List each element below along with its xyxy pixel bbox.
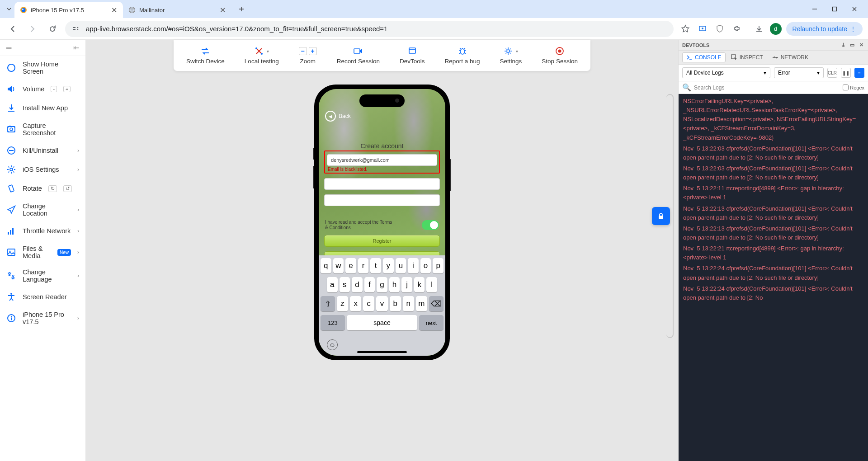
sidebar-item-ios-settings[interactable]: iOS Settings› bbox=[0, 160, 85, 179]
app-back-button[interactable]: ◄ Back bbox=[325, 111, 351, 122]
key-s[interactable]: s bbox=[340, 277, 350, 292]
tab-inspect[interactable]: INSPECT bbox=[727, 53, 767, 62]
new-tab-button[interactable] bbox=[235, 3, 248, 15]
key-k[interactable]: k bbox=[414, 277, 425, 292]
key-w[interactable]: w bbox=[333, 258, 344, 273]
minimize-button[interactable] bbox=[808, 3, 821, 15]
sidebar-item-iphone-15-pro-v17-5[interactable]: iPhone 15 Pro v17.5› bbox=[0, 306, 85, 330]
key-n[interactable]: n bbox=[403, 296, 414, 311]
switch-device-button[interactable]: Switch Device bbox=[182, 44, 229, 66]
devtools-button[interactable]: DevTools bbox=[395, 44, 429, 66]
key-i[interactable]: i bbox=[408, 258, 419, 273]
mini-button[interactable]: + bbox=[63, 86, 71, 92]
key-u[interactable]: u bbox=[396, 258, 406, 273]
download-logs-icon[interactable]: ⤓ bbox=[840, 42, 846, 48]
key-e[interactable]: e bbox=[345, 258, 356, 273]
window-close-button[interactable] bbox=[848, 3, 861, 15]
star-icon[interactable] bbox=[679, 23, 692, 35]
key-p[interactable]: p bbox=[433, 258, 443, 273]
sidebar-item-throttle-network[interactable]: Throttle Network› bbox=[0, 221, 85, 240]
search-logs-input[interactable] bbox=[694, 85, 840, 91]
key-x[interactable]: x bbox=[350, 296, 361, 311]
sidebar-item-capture-screenshot[interactable]: Capture Screenshot bbox=[0, 118, 85, 141]
space-key[interactable]: space bbox=[347, 315, 417, 330]
confirm-password-input[interactable] bbox=[324, 194, 440, 206]
device-log-filter[interactable]: All Device Logs▾ bbox=[682, 67, 770, 78]
downloads-icon[interactable] bbox=[753, 23, 765, 35]
sidebar-item-files-media[interactable]: Files & MediaNew› bbox=[0, 240, 85, 264]
close-icon[interactable]: ✕ bbox=[219, 6, 226, 14]
sidebar-item-change-location[interactable]: Change Location› bbox=[0, 198, 85, 221]
key-h[interactable]: h bbox=[389, 277, 400, 292]
lock-panel-button[interactable] bbox=[652, 207, 670, 225]
sidebar-item-volume[interactable]: Volume- + bbox=[0, 80, 85, 99]
reload-button[interactable] bbox=[45, 22, 60, 36]
numbers-key[interactable]: 123 bbox=[321, 315, 345, 330]
site-settings-icon[interactable] bbox=[72, 24, 81, 33]
log-level-filter[interactable]: Error▾ bbox=[774, 67, 824, 78]
shield-icon[interactable] bbox=[713, 23, 726, 35]
record-session-button[interactable]: Record Session bbox=[332, 44, 384, 66]
backspace-key[interactable]: ⌫ bbox=[429, 296, 443, 311]
sidebar-item-screen-reader[interactable]: Screen Reader bbox=[0, 287, 85, 306]
settings-button[interactable]: ▾ Settings bbox=[495, 44, 527, 66]
home-indicator[interactable] bbox=[357, 351, 407, 353]
emoji-key[interactable]: ☺ bbox=[327, 339, 338, 350]
browser-tab-inactive[interactable]: Mailinator ✕ bbox=[123, 2, 231, 18]
key-a[interactable]: a bbox=[327, 277, 338, 292]
tail-logs-button[interactable]: ≡ bbox=[854, 68, 864, 78]
register-button[interactable]: Register bbox=[324, 235, 440, 247]
key-d[interactable]: d bbox=[352, 277, 363, 292]
key-l[interactable]: l bbox=[426, 277, 437, 292]
report-bug-button[interactable]: Report a bug bbox=[440, 44, 485, 66]
password-input[interactable] bbox=[324, 178, 440, 190]
tab-console[interactable]: CONSOLE bbox=[682, 52, 726, 62]
browser-tab-active[interactable]: iPhone 15 Pro v17.5 ✕ bbox=[14, 2, 123, 18]
mini-button[interactable]: ↻ bbox=[48, 185, 57, 192]
key-c[interactable]: c bbox=[363, 296, 374, 311]
sidebar-item-show-home-screen[interactable]: Show Home Screen bbox=[0, 56, 85, 80]
local-testing-button[interactable]: ▾ Local testing bbox=[240, 44, 283, 66]
key-b[interactable]: b bbox=[390, 296, 401, 311]
maximize-button[interactable] bbox=[828, 3, 841, 15]
phone-screen[interactable]: ◄ Back Create account Email is blacklist… bbox=[319, 89, 445, 356]
key-y[interactable]: y bbox=[383, 258, 394, 273]
terms-toggle[interactable] bbox=[422, 220, 439, 230]
pause-logs-button[interactable]: ❚❚ bbox=[841, 68, 851, 78]
zoom-button[interactable]: −+ Zoom bbox=[294, 44, 321, 66]
devtools-close-icon[interactable]: ✕ bbox=[858, 42, 864, 48]
tab-list-dropdown[interactable] bbox=[4, 4, 14, 14]
shift-key[interactable]: ⇧ bbox=[321, 296, 335, 311]
extensions-icon[interactable] bbox=[731, 23, 743, 35]
regex-checkbox[interactable]: Regex bbox=[843, 85, 864, 90]
log-output[interactable]: NSErrorFailingURLKey=<private>, _NSURLEr… bbox=[679, 94, 868, 461]
sidebar-item-rotate[interactable]: Rotate↻ ↺ bbox=[0, 179, 85, 198]
key-r[interactable]: r bbox=[358, 258, 369, 273]
next-key[interactable]: next bbox=[419, 315, 443, 330]
key-m[interactable]: m bbox=[416, 296, 427, 311]
key-o[interactable]: o bbox=[420, 258, 431, 273]
clear-logs-button[interactable]: CLR bbox=[827, 68, 837, 78]
mini-button[interactable]: - bbox=[51, 86, 57, 92]
key-g[interactable]: g bbox=[377, 277, 387, 292]
sidebar-item-install-new-app[interactable]: Install New App bbox=[0, 99, 85, 118]
back-button[interactable] bbox=[5, 22, 20, 36]
sidebar-item-kill-uninstall[interactable]: Kill/Uninstall› bbox=[0, 141, 85, 160]
key-t[interactable]: t bbox=[370, 258, 381, 273]
relaunch-button[interactable]: Relaunch to update⋮ bbox=[786, 22, 863, 36]
drag-handle-icon[interactable]: ═ bbox=[6, 44, 11, 52]
mini-button[interactable]: ↺ bbox=[63, 185, 72, 192]
url-field[interactable]: app-live.browserstack.com/#os=iOS&os_ver… bbox=[65, 21, 674, 37]
close-icon[interactable]: ✕ bbox=[110, 6, 118, 14]
key-j[interactable]: j bbox=[401, 277, 412, 292]
forward-button[interactable] bbox=[25, 22, 40, 36]
key-q[interactable]: q bbox=[321, 258, 331, 273]
key-v[interactable]: v bbox=[376, 296, 387, 311]
profile-avatar[interactable]: d bbox=[770, 23, 782, 35]
email-input[interactable] bbox=[327, 154, 437, 166]
dock-side-icon[interactable]: ▭ bbox=[849, 42, 855, 48]
stop-session-button[interactable]: Stop Session bbox=[537, 44, 582, 66]
sidebar-item-change-language[interactable]: Change Language› bbox=[0, 264, 85, 287]
tab-network[interactable]: NETWORK bbox=[769, 53, 812, 62]
collapse-sidebar-icon[interactable]: ⇤ bbox=[73, 43, 79, 52]
